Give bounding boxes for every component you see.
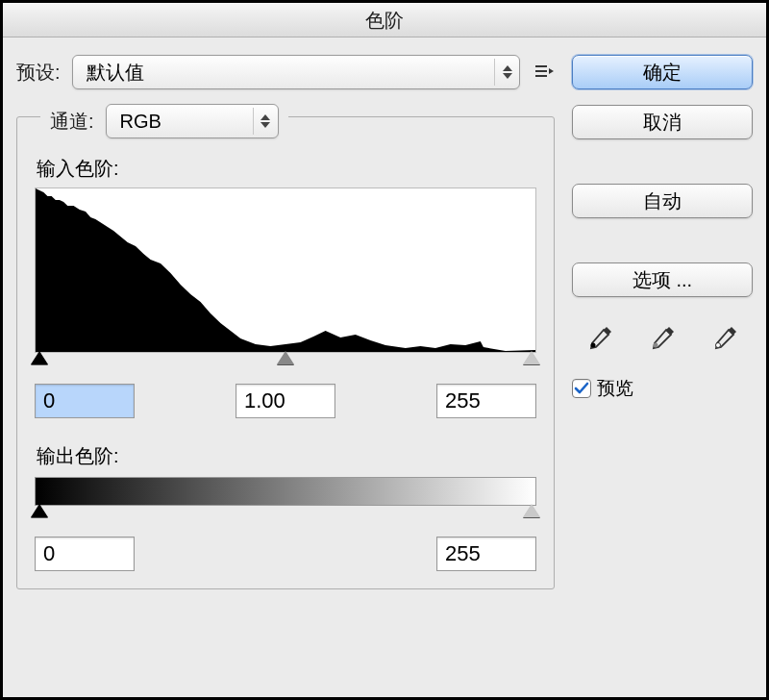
svg-point-6 — [716, 343, 721, 348]
eyedropper-black-icon[interactable] — [581, 322, 619, 355]
spacer — [572, 155, 753, 168]
input-white-field[interactable] — [436, 384, 536, 418]
input-black-slider[interactable] — [31, 351, 48, 364]
input-levels-label: 输入色阶: — [37, 156, 536, 182]
output-gradient — [35, 477, 536, 506]
input-levels-values — [35, 384, 536, 418]
output-black-field[interactable] — [35, 537, 135, 571]
preview-checkbox[interactable] — [572, 379, 591, 398]
ok-button[interactable]: 确定 — [572, 55, 753, 89]
output-black-slider[interactable] — [31, 504, 48, 517]
preset-select[interactable]: 默认值 — [72, 55, 520, 89]
svg-marker-3 — [549, 68, 554, 74]
preview-row: 预览 — [572, 376, 753, 401]
input-white-slider[interactable] — [523, 351, 540, 364]
svg-point-4 — [590, 343, 595, 348]
options-button[interactable]: 选项 ... — [572, 262, 753, 297]
spacer — [572, 234, 753, 247]
input-slider-track[interactable] — [35, 353, 536, 374]
input-gamma-field[interactable] — [236, 384, 335, 418]
channel-row: 通道: RGB — [40, 104, 288, 138]
eyedropper-row — [572, 322, 753, 355]
cancel-button[interactable]: 取消 — [572, 105, 753, 139]
preset-menu-icon[interactable] — [532, 62, 555, 82]
chevron-up-down-icon — [494, 59, 513, 86]
output-slider-track[interactable] — [35, 506, 536, 527]
svg-point-5 — [653, 343, 657, 348]
eyedropper-gray-icon[interactable] — [643, 322, 682, 355]
histogram — [35, 188, 536, 353]
channel-label: 通道: — [50, 109, 94, 135]
chevron-up-down-icon — [253, 108, 272, 135]
title-bar: 色阶 — [3, 3, 766, 38]
channel-value: RGB — [120, 111, 245, 133]
preview-label: 预览 — [597, 376, 633, 401]
levels-dialog: 色阶 预设: 默认值 — [0, 0, 769, 700]
auto-button[interactable]: 自动 — [572, 184, 753, 218]
preset-value: 默认值 — [87, 60, 486, 86]
output-levels-values — [35, 537, 536, 571]
preset-row: 预设: 默认值 — [16, 55, 555, 89]
window-title: 色阶 — [365, 10, 404, 31]
output-levels-label: 输出色阶: — [37, 443, 536, 469]
input-black-field[interactable] — [35, 384, 135, 418]
input-gamma-slider[interactable] — [277, 351, 294, 364]
output-white-field[interactable] — [436, 537, 536, 571]
levels-fieldset: 通道: RGB 输入色阶: — [16, 116, 555, 589]
output-white-slider[interactable] — [523, 504, 540, 517]
side-panel: 确定 取消 自动 选项 ... — [572, 55, 753, 589]
eyedropper-white-icon[interactable] — [706, 322, 744, 355]
preset-label: 预设: — [16, 60, 61, 86]
main-panel: 预设: 默认值 — [16, 55, 555, 589]
channel-select[interactable]: RGB — [106, 104, 279, 138]
dialog-content: 预设: 默认值 — [3, 38, 766, 601]
